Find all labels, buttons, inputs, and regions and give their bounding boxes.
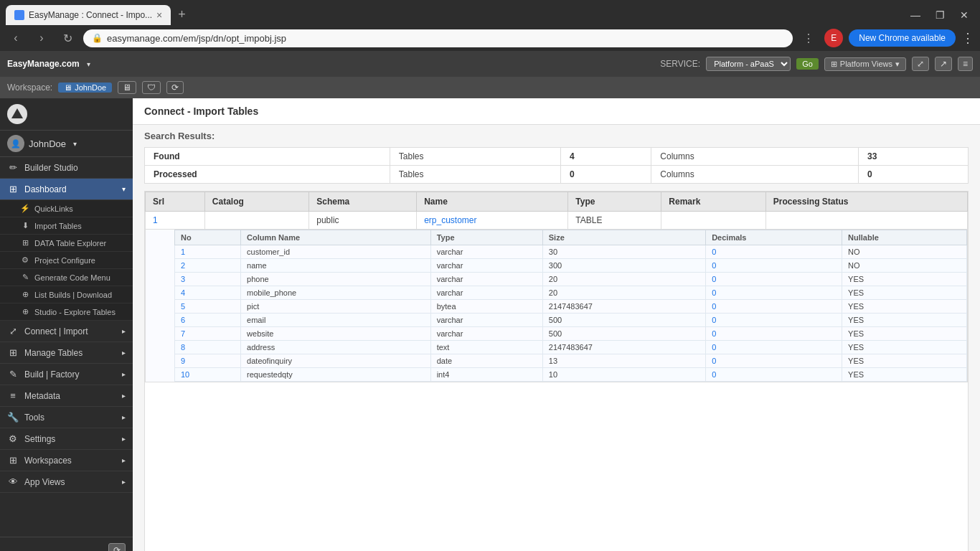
minimize-button[interactable]: — bbox=[905, 5, 925, 25]
sidebar-item-import-tables[interactable]: ⬇ Import Tables bbox=[0, 217, 133, 235]
active-tab[interactable]: EasyManage : Connect - Impo... × bbox=[6, 5, 171, 25]
inner-cell-no-link[interactable]: 5 bbox=[181, 302, 185, 311]
inner-cell-dec-link[interactable]: 0 bbox=[712, 261, 716, 270]
extensions-btn[interactable]: ⋮ bbox=[798, 28, 819, 48]
brand-label[interactable]: EasyManage.com bbox=[7, 59, 80, 69]
sidebar-item-workspaces[interactable]: ⊞ Workspaces ▸ bbox=[0, 450, 133, 471]
inner-cell-dec-link[interactable]: 0 bbox=[712, 248, 716, 256]
sidebar-item-generate-code-menu[interactable]: ✎ Generate Code Menu bbox=[0, 269, 133, 286]
new-tab-button[interactable]: + bbox=[172, 4, 192, 25]
service-label: SERVICE: bbox=[660, 59, 700, 69]
expand-icon-btn[interactable]: ⤢ bbox=[912, 57, 929, 71]
inner-cell-no: 2 bbox=[175, 259, 241, 273]
workspace-label: Workspace: bbox=[7, 83, 52, 93]
name-link[interactable]: erp_customer bbox=[424, 215, 476, 225]
inner-cell-no-link[interactable]: 1 bbox=[181, 248, 185, 256]
inner-cell-dec-link[interactable]: 0 bbox=[712, 316, 716, 324]
sidebar-item-build-factory[interactable]: ✎ Build | Factory ▸ bbox=[0, 364, 133, 385]
workspace-tag[interactable]: 🖥 JohnDoe bbox=[58, 83, 112, 93]
external-link-btn[interactable]: ↗ bbox=[935, 57, 952, 71]
sidebar-refresh-btn[interactable]: ⟳ bbox=[108, 543, 126, 551]
inner-cell-type: bytea bbox=[430, 300, 542, 314]
inner-cell-no: 7 bbox=[175, 327, 241, 341]
app-logo bbox=[7, 104, 27, 124]
sidebar-item-project-configure[interactable]: ⚙ Project Configure bbox=[0, 252, 133, 269]
inner-table-data-row: 9dateofinquirydate130YES bbox=[175, 354, 967, 368]
back-button[interactable]: ‹ bbox=[6, 28, 26, 48]
platform-views-arrow-icon: ▾ bbox=[895, 60, 900, 69]
inner-cell-col: dateofinquiry bbox=[241, 354, 431, 368]
tab-close-btn[interactable]: × bbox=[156, 9, 162, 21]
inner-cell-no-link[interactable]: 2 bbox=[181, 261, 185, 270]
workspace-sync-btn[interactable]: ⟳ bbox=[166, 81, 184, 94]
maximize-button[interactable]: ❐ bbox=[930, 5, 950, 25]
inner-cell-col: customer_id bbox=[241, 245, 431, 259]
sidebar-item-dashboard[interactable]: ⊞ Dashboard ▾ bbox=[0, 179, 133, 200]
inner-cell-dec-link[interactable]: 0 bbox=[712, 275, 716, 283]
inner-cell-no-link[interactable]: 3 bbox=[181, 275, 185, 283]
sidebar-item-builder-studio[interactable]: ✏ Builder Studio bbox=[0, 157, 133, 179]
platform-views-label: Platform Views bbox=[840, 60, 892, 68]
address-bar[interactable]: 🔒 easymanage.com/em/jsp/dn/opt_impobj.js… bbox=[83, 29, 793, 47]
go-button[interactable]: Go bbox=[796, 58, 819, 70]
tab-favicon bbox=[14, 10, 24, 20]
inner-cell-dec-link[interactable]: 0 bbox=[712, 343, 716, 352]
sidebar-item-manage-tables[interactable]: ⊞ Manage Tables ▸ bbox=[0, 342, 133, 364]
col-type: Type bbox=[568, 192, 661, 212]
inner-cell-dec-link[interactable]: 0 bbox=[712, 302, 716, 311]
sidebar-item-label: QuickLinks bbox=[34, 204, 73, 213]
sidebar-item-settings[interactable]: ⚙ Settings ▸ bbox=[0, 428, 133, 450]
inner-cell-type: varchar bbox=[430, 273, 542, 286]
inner-col-nullable: Nullable bbox=[842, 230, 967, 245]
inner-cell-no-link[interactable]: 9 bbox=[181, 357, 185, 365]
manage-tables-expand-icon: ▸ bbox=[122, 349, 126, 357]
sidebar-user[interactable]: 👤 JohnDoe ▾ bbox=[0, 131, 133, 157]
sidebar-item-metadata[interactable]: ≡ Metadata ▸ bbox=[0, 385, 133, 407]
profile-button[interactable]: E bbox=[824, 29, 843, 47]
cell-remark bbox=[661, 212, 765, 230]
menu-icon-btn[interactable]: ≡ bbox=[958, 57, 973, 71]
reload-button[interactable]: ↻ bbox=[57, 28, 77, 48]
inner-cell-col: requestedqty bbox=[241, 368, 431, 382]
col-catalog: Catalog bbox=[204, 192, 308, 212]
inner-cell-dec-link[interactable]: 0 bbox=[712, 329, 716, 338]
table-row: 1 public erp_customer TABLE bbox=[146, 212, 968, 230]
sidebar-item-tools[interactable]: 🔧 Tools ▸ bbox=[0, 407, 133, 428]
found-tables-count: 4 bbox=[560, 148, 651, 166]
sidebar-item-studio-explore-tables[interactable]: ⊕ Studio - Explore Tables bbox=[0, 303, 133, 321]
found-columns-count: 33 bbox=[858, 148, 968, 166]
inner-cell-dec-link[interactable]: 0 bbox=[712, 288, 716, 297]
inner-cell-no-link[interactable]: 7 bbox=[181, 329, 185, 338]
close-button[interactable]: ✕ bbox=[954, 5, 974, 25]
inner-cell-size: 20 bbox=[542, 286, 705, 300]
new-chrome-button[interactable]: New Chrome available bbox=[849, 29, 956, 47]
inner-table-data-row: 4mobile_phonevarchar200YES bbox=[175, 286, 967, 300]
sidebar-item-label: Metadata bbox=[24, 391, 60, 401]
sidebar-item-list-builds-download[interactable]: ⊕ List Builds | Download bbox=[0, 286, 133, 303]
platform-views-button[interactable]: ⊞ Platform Views ▾ bbox=[824, 57, 906, 71]
sidebar-item-connect-import[interactable]: ⤢ Connect | Import ▸ bbox=[0, 321, 133, 342]
inner-cell-no-link[interactable]: 6 bbox=[181, 316, 185, 324]
inner-col-size: Size bbox=[542, 230, 705, 245]
sidebar-item-label: App Views bbox=[24, 477, 65, 487]
more-options-btn[interactable]: ⋮ bbox=[961, 30, 974, 46]
workspace-monitor-btn[interactable]: 🖥 bbox=[118, 81, 136, 94]
inner-cell-dec: 0 bbox=[706, 368, 842, 382]
dashboard-subnav: ⚡ QuickLinks ⬇ Import Tables ⊞ DATA Tabl… bbox=[0, 200, 133, 321]
forward-button[interactable]: › bbox=[32, 28, 52, 48]
inner-col-column-name: Column Name bbox=[241, 230, 431, 245]
inner-cell-no-link[interactable]: 8 bbox=[181, 343, 185, 352]
sidebar-item-label: Studio - Explore Tables bbox=[34, 308, 116, 316]
inner-cell-size: 2147483647 bbox=[542, 300, 705, 314]
inner-cell-dec-link[interactable]: 0 bbox=[712, 370, 716, 379]
inner-cell-dec: 0 bbox=[706, 273, 842, 286]
inner-cell-no-link[interactable]: 10 bbox=[181, 370, 189, 379]
service-select[interactable]: Platform - aPaaS bbox=[706, 57, 791, 71]
sidebar-item-data-table-explorer[interactable]: ⊞ DATA Table Explorer bbox=[0, 235, 133, 252]
srl-link[interactable]: 1 bbox=[153, 215, 158, 225]
sidebar-item-quicklinks[interactable]: ⚡ QuickLinks bbox=[0, 200, 133, 217]
workspace-shield-btn[interactable]: 🛡 bbox=[142, 81, 161, 94]
sidebar-item-app-views[interactable]: 👁 App Views ▸ bbox=[0, 471, 133, 493]
inner-cell-dec-link[interactable]: 0 bbox=[712, 357, 716, 365]
inner-cell-no-link[interactable]: 4 bbox=[181, 288, 185, 297]
